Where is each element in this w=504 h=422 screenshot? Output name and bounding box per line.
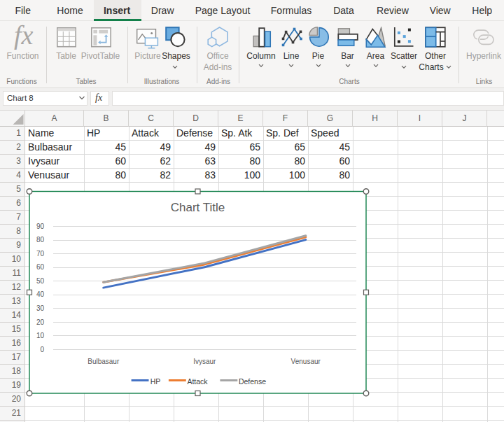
svg-text:70: 70 bbox=[36, 250, 45, 258]
svg-text:60: 60 bbox=[36, 263, 45, 271]
svg-text:20: 20 bbox=[36, 318, 45, 326]
svg-text:10: 10 bbox=[36, 332, 45, 339]
svg-text:Defense: Defense bbox=[239, 377, 266, 386]
svg-text:Attack: Attack bbox=[187, 377, 208, 386]
svg-text:40: 40 bbox=[36, 290, 45, 298]
svg-text:90: 90 bbox=[36, 223, 45, 230]
svg-text:Ivysaur: Ivysaur bbox=[193, 358, 216, 365]
svg-text:50: 50 bbox=[36, 277, 45, 285]
svg-text:Bulbasaur: Bulbasaur bbox=[88, 358, 120, 365]
svg-text:HP: HP bbox=[150, 377, 161, 386]
svg-text:Chart Title: Chart Title bbox=[171, 201, 225, 214]
svg-text:0: 0 bbox=[40, 346, 44, 353]
svg-text:Venusaur: Venusaur bbox=[291, 358, 321, 365]
svg-text:30: 30 bbox=[36, 304, 45, 312]
svg-text:80: 80 bbox=[36, 236, 45, 244]
